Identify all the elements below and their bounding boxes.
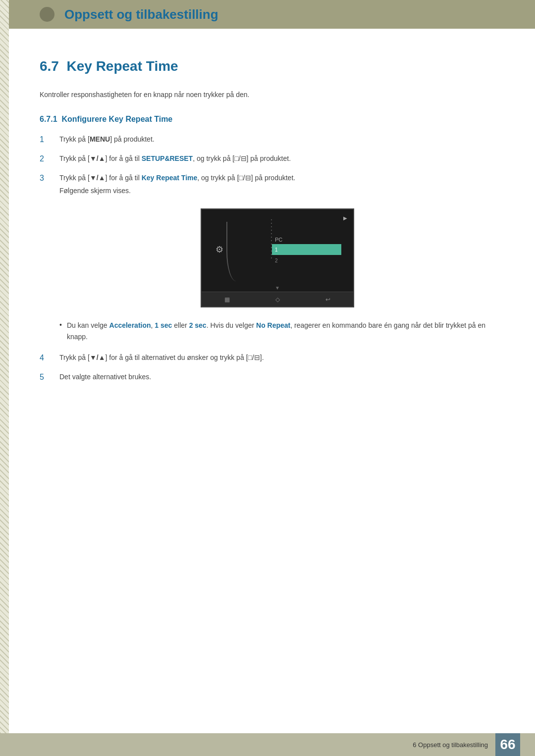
screen-pc-label: PC	[275, 237, 282, 243]
footer: 6 Oppsett og tilbakestilling 66	[0, 733, 535, 756]
screen-arrow-right: ▶	[343, 215, 347, 221]
monitor-screen: ▶ ⚙	[201, 208, 354, 307]
header-title: Oppsett og tilbakestilling	[64, 7, 218, 22]
screen-down-arrow: ▼	[275, 285, 280, 291]
screen-bottom-bar: ▦ ◇ ↩	[202, 292, 353, 306]
option-1sec: 1 sec	[155, 321, 172, 329]
step-1: 1 Trykk på [MENU] på produktet.	[40, 134, 495, 146]
subsection-title: 6.7.1 Konfigurere Key Repeat Time	[40, 115, 495, 124]
subsection-number: 6.7.1	[40, 115, 57, 123]
step-3-following: Følgende skjerm vises.	[59, 185, 295, 196]
step-1-text: Trykk på [MENU] på produktet.	[59, 134, 495, 145]
step-2: 2 Trykk på [▼/▲] for å gå til SETUP&RESE…	[40, 153, 495, 165]
monitor-container: ▶ ⚙	[59, 208, 495, 307]
screen-inner: ▶ ⚙	[202, 209, 353, 306]
step-4: 4 Trykk på [▼/▲] for å gå til alternativ…	[40, 352, 495, 364]
step-3-text: Trykk på [▼/▲] for å gå til Key Repeat T…	[59, 172, 295, 183]
step-3: 3 Trykk på [▼/▲] for å gå til Key Repeat…	[40, 172, 495, 197]
menu-item-1: 1	[272, 244, 341, 255]
key-repeat-time-label: Key Repeat Time	[142, 174, 198, 182]
bullet-dot: •	[59, 321, 62, 329]
description: Kontroller responshastigheten for en kna…	[40, 89, 495, 100]
nav-keys-3: ▼/▲	[90, 174, 106, 182]
subsection-title-text: Konfigurere Key Repeat Time	[61, 115, 172, 123]
screen-curve-bracket	[226, 222, 246, 281]
bottom-icon-1: ▦	[224, 296, 230, 303]
nav-keys-2: ▼/▲	[90, 154, 106, 162]
menu-key: MENU	[90, 135, 110, 143]
main-content: 6.7 Key Repeat Time Kontroller responsha…	[0, 29, 535, 430]
option-no-repeat: No Repeat	[256, 321, 290, 329]
step-4-text: Trykk på [▼/▲] for å gå til alternativet…	[59, 352, 495, 363]
footer-page-number: 66	[495, 733, 520, 756]
step-2-text: Trykk på [▼/▲] for å gå til SETUP&RESET,…	[59, 153, 495, 164]
bottom-icon-3: ↩	[325, 296, 330, 303]
step-5-number: 5	[40, 371, 54, 384]
nav-keys-4: ▼/▲	[90, 353, 106, 361]
bullet-text: Du kan velge Acceleration, 1 sec eller 2…	[67, 320, 495, 342]
screen-menu: 1 2	[272, 244, 341, 266]
step-4-number: 4	[40, 352, 54, 364]
section-number: 6.7	[40, 58, 59, 74]
step-1-number: 1	[40, 133, 54, 146]
step-2-number: 2	[40, 152, 54, 165]
step-3-number: 3	[40, 172, 54, 185]
header-circle	[40, 7, 54, 22]
step-3-content: Trykk på [▼/▲] for å gå til Key Repeat T…	[59, 172, 295, 197]
bullet-section: • Du kan velge Acceleration, 1 sec eller…	[59, 320, 495, 342]
setup-reset-label: SETUP&RESET	[142, 154, 193, 162]
menu-item-2: 2	[272, 255, 341, 266]
section-title-text: Key Repeat Time	[67, 58, 178, 74]
step-5: 5 Det valgte alternativet brukes.	[40, 371, 495, 384]
gear-icon: ⚙	[215, 244, 227, 256]
step-5-text: Det valgte alternativet brukes.	[59, 371, 495, 382]
steps-list-2: 4 Trykk på [▼/▲] for å gå til alternativ…	[40, 352, 495, 383]
option-2sec: 2 sec	[189, 321, 207, 329]
left-accent-bar	[0, 0, 9, 756]
footer-text: 6 Oppsett og tilbakestilling	[413, 741, 488, 749]
section-title: 6.7 Key Repeat Time	[40, 58, 495, 74]
bottom-icon-2: ◇	[275, 296, 280, 303]
option-acceleration: Acceleration	[109, 321, 151, 329]
header-bar: Oppsett og tilbakestilling	[0, 0, 535, 29]
steps-list: 1 Trykk på [MENU] på produktet. 2 Trykk …	[40, 134, 495, 196]
